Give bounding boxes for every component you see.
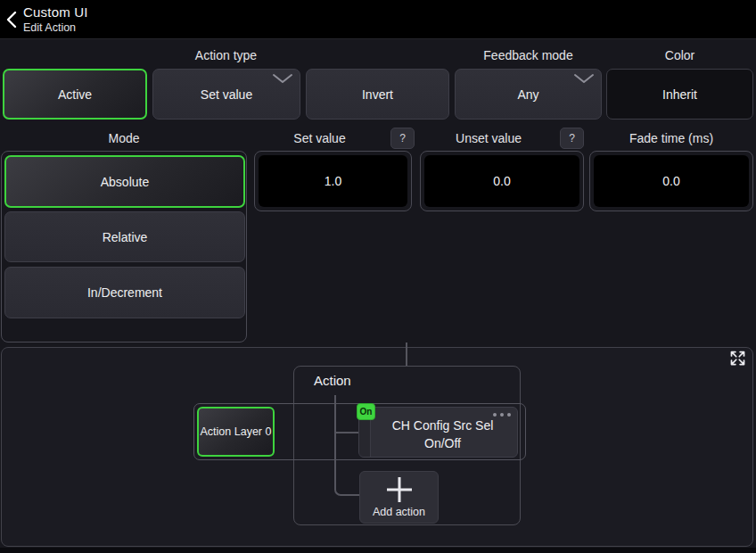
help-icon: ? <box>569 132 575 144</box>
action-type-dropdown[interactable]: Set value <box>152 69 300 120</box>
fade-time-field-ring: 0.0 <box>589 151 753 211</box>
feedback-mode-label: Feedback mode <box>455 47 602 63</box>
page-title: Custom UI <box>23 4 88 20</box>
help-icon: ? <box>399 132 406 144</box>
invert-button-label: Invert <box>362 87 393 102</box>
color-inherit-button[interactable]: Inherit <box>606 69 753 120</box>
chevron-down-icon <box>272 73 293 84</box>
node-title-line2: On/Off <box>424 434 461 452</box>
mode-label: Mode <box>1 130 247 146</box>
action-node-ch-config[interactable]: CH Config Src Sel On/Off On <box>358 407 518 458</box>
action-group-title: Action <box>314 373 351 388</box>
node-on-badge: On <box>357 403 375 420</box>
feedback-mode-dropdown[interactable]: Any <box>455 69 602 120</box>
mode-option-label: Absolute <box>101 175 149 189</box>
unset-value-help-button[interactable]: ? <box>560 128 584 149</box>
bottom-strip <box>0 548 756 553</box>
fade-time-label: Fade time (ms) <box>589 130 753 146</box>
mode-option-label: In/Decrement <box>87 285 162 300</box>
fade-time-input[interactable]: 0.0 <box>594 155 749 207</box>
node-menu-icon[interactable] <box>493 413 511 417</box>
active-button-label: Active <box>58 87 92 102</box>
connector-line-top <box>406 343 407 366</box>
feedback-mode-value: Any <box>517 87 538 102</box>
set-value-label: Set value <box>254 130 412 146</box>
plus-icon <box>384 475 415 504</box>
unset-value-input[interactable]: 0.0 <box>424 155 579 207</box>
invert-button[interactable]: Invert <box>306 69 449 120</box>
chevron-down-icon <box>573 73 595 84</box>
set-value-input[interactable]: 1.0 <box>259 155 407 207</box>
node-title-line1: CH Config Src Sel <box>392 417 494 434</box>
action-type-dropdown-value: Set value <box>201 87 252 102</box>
mode-option-group: Absolute Relative In/Decrement <box>1 151 247 343</box>
expand-icon <box>728 349 747 367</box>
action-layer-label: Action Layer 0 <box>201 425 272 438</box>
action-layer-node[interactable]: Action Layer 0 <box>197 407 275 457</box>
back-button[interactable] <box>2 9 21 30</box>
color-value-label: Inherit <box>662 87 697 102</box>
mode-option-indecrement[interactable]: In/Decrement <box>4 267 245 318</box>
color-label: Color <box>606 47 753 63</box>
unset-value-field-ring: 0.0 <box>420 151 584 211</box>
top-bar: Custom UI Edit Action <box>0 0 756 39</box>
set-value-help-button[interactable]: ? <box>390 128 415 149</box>
action-type-active-button[interactable]: Active <box>3 69 147 120</box>
page-subtitle: Edit Action <box>23 21 76 34</box>
set-value-field-ring: 1.0 <box>254 151 412 211</box>
chevron-left-icon <box>5 10 18 29</box>
add-action-button[interactable]: Add action <box>359 471 439 524</box>
mode-option-relative[interactable]: Relative <box>4 211 245 262</box>
expand-graph-button[interactable] <box>726 346 749 369</box>
edit-action-screen: Custom UI Edit Action Action type Feedba… <box>0 0 756 553</box>
add-action-label: Add action <box>373 506 425 518</box>
mode-option-label: Relative <box>103 230 148 244</box>
mode-option-absolute[interactable]: Absolute <box>4 155 245 208</box>
action-type-label: Action type <box>3 47 449 63</box>
